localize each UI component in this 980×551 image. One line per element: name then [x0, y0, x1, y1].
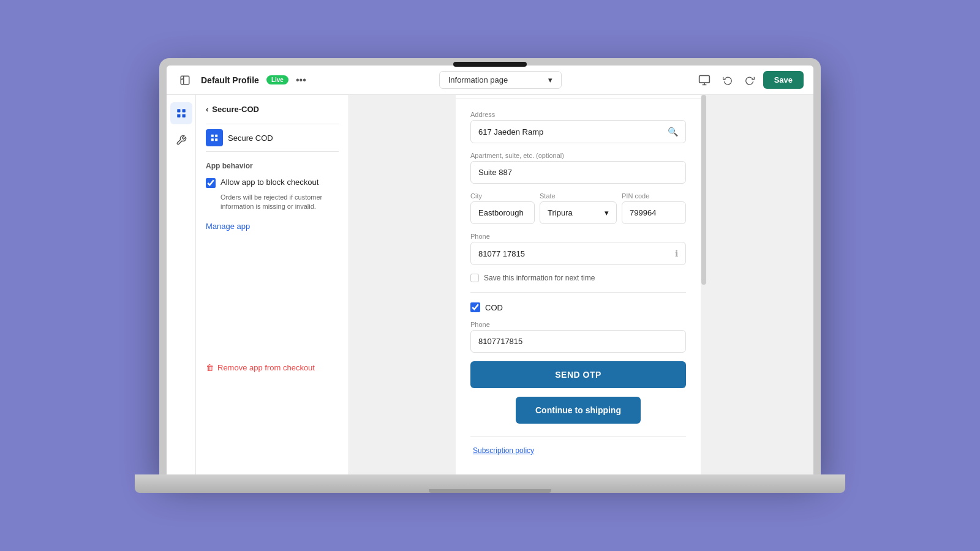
svg-rect-11: [211, 138, 214, 141]
panel-title: Secure-COD: [212, 105, 259, 114]
save-info-row: Save this information for next time: [470, 274, 686, 282]
more-icon[interactable]: •••: [296, 75, 306, 86]
state-field[interactable]: Tripura ▾: [540, 201, 617, 224]
subscription-link[interactable]: Subscription policy: [470, 446, 686, 455]
page-selector-label: Information page: [448, 75, 508, 84]
phone2-value: 8107717815: [478, 337, 522, 346]
svg-rect-8: [182, 114, 185, 118]
apt-field[interactable]: Suite 887: [470, 161, 686, 184]
pin-value: 799964: [630, 208, 656, 217]
phone-group: Phone 81077 17815 ℹ: [470, 233, 686, 265]
apt-value: Suite 887: [478, 168, 512, 177]
pin-field[interactable]: 799964: [622, 201, 686, 224]
svg-rect-12: [215, 138, 217, 141]
pin-label: PIN code: [622, 192, 686, 200]
address-label: Address: [470, 111, 686, 118]
left-panel: ‹ Secure-COD Secure COD: [196, 95, 349, 474]
continue-shipping-button[interactable]: Continue to shipping: [516, 397, 641, 424]
apt-label: Apartment, suite, etc. (optional): [470, 152, 686, 159]
info-icon: ℹ: [675, 249, 678, 258]
remove-app-button[interactable]: 🗑 Remove app from checkout: [206, 353, 339, 372]
svg-rect-6: [182, 109, 185, 112]
allow-block-checkout-row: Allow app to block checkout: [206, 178, 339, 188]
laptop-base: [135, 474, 845, 493]
manage-app-link[interactable]: Manage app: [206, 222, 339, 231]
save-button[interactable]: Save: [763, 71, 804, 89]
bottom-divider: [470, 436, 686, 437]
svg-rect-7: [177, 114, 180, 118]
city-col: City Eastborough: [470, 192, 535, 224]
state-chevron-icon: ▾: [605, 208, 609, 217]
sidebar-item-apps[interactable]: [170, 102, 192, 124]
scrollbar-thumb[interactable]: [701, 95, 706, 285]
cod-label: COD: [485, 303, 503, 312]
city-value: Eastborough: [478, 208, 524, 217]
undo-button[interactable]: [719, 72, 736, 89]
allow-block-checkout-checkbox[interactable]: [206, 178, 216, 188]
svg-rect-2: [699, 75, 709, 83]
allow-block-checkout-label: Allow app to block checkout: [221, 178, 318, 187]
svg-rect-9: [211, 135, 214, 137]
save-info-label: Save this information for next time: [484, 274, 595, 282]
state-value: Tripura: [548, 208, 573, 217]
sidebar-item-settings[interactable]: [170, 129, 192, 151]
cod-checkbox[interactable]: [470, 302, 480, 312]
panel-back-arrow[interactable]: ‹: [206, 105, 208, 114]
redo-button[interactable]: [741, 72, 758, 89]
panel-back[interactable]: ‹ Secure-COD: [206, 105, 339, 114]
checkout-preview: Address 617 Jaeden Ramp 🔍 Apartment, sui…: [456, 95, 701, 474]
divider: [470, 292, 686, 293]
chevron-down-icon: ▾: [548, 75, 552, 84]
location-row: City Eastborough State Tripura: [470, 192, 686, 224]
trash-icon: 🗑: [206, 363, 214, 372]
svg-rect-5: [177, 109, 180, 112]
address-value: 617 Jaeden Ramp: [478, 127, 543, 137]
remove-app-label: Remove app from checkout: [217, 363, 315, 372]
sidebar-icons: [167, 95, 196, 474]
save-info-checkbox[interactable]: [470, 274, 479, 282]
apt-group: Apartment, suite, etc. (optional) Suite …: [470, 152, 686, 184]
phone2-field[interactable]: 8107717815: [470, 330, 686, 353]
page-selector[interactable]: Information page ▾: [439, 71, 562, 89]
city-field[interactable]: Eastborough: [470, 201, 535, 224]
app-item[interactable]: Secure COD: [206, 124, 339, 152]
search-icon[interactable]: 🔍: [668, 127, 678, 137]
section-title: App behavior: [206, 162, 339, 170]
app-name: Secure COD: [228, 133, 273, 143]
pin-col: PIN code 799964: [622, 192, 686, 224]
cod-row: COD: [470, 302, 686, 312]
address-field[interactable]: 617 Jaeden Ramp 🔍: [470, 120, 686, 143]
back-icon[interactable]: [176, 72, 194, 89]
send-otp-button[interactable]: Send OTP: [470, 361, 686, 388]
scrollbar-track[interactable]: [701, 95, 707, 474]
profile-name: Default Profile: [201, 75, 259, 85]
phone2-group: Phone 8107717815: [470, 321, 686, 353]
address-group: Address 617 Jaeden Ramp 🔍: [470, 111, 686, 143]
phone-value: 81077 17815: [478, 249, 525, 258]
monitor-icon[interactable]: [695, 70, 714, 90]
state-label: State: [540, 192, 617, 200]
phone-field[interactable]: 81077 17815 ℹ: [470, 242, 686, 265]
checkbox-description: Orders will be rejected if customer info…: [221, 193, 339, 212]
live-badge: Live: [266, 75, 288, 84]
phone2-label: Phone: [470, 321, 686, 328]
app-icon: [206, 129, 223, 146]
svg-rect-0: [181, 76, 189, 84]
phone-label: Phone: [470, 233, 686, 240]
city-label: City: [470, 192, 535, 200]
svg-rect-10: [215, 135, 217, 137]
state-col: State Tripura ▾: [540, 192, 617, 224]
preview-panel: Address 617 Jaeden Ramp 🔍 Apartment, sui…: [349, 95, 813, 474]
